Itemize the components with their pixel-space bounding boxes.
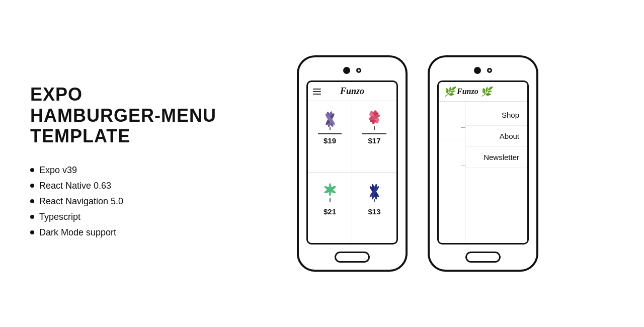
price-divider [318,133,342,134]
products-grid-1: $19 [308,101,396,243]
camera-dot-2 [356,68,361,73]
home-button-2[interactable] [465,252,501,263]
price-2: $17 [368,136,380,145]
price-divider [362,205,386,206]
feature-item-dark: Dark Mode support [30,227,221,238]
price-divider [318,205,342,206]
phone-1: Funzo [297,55,408,272]
price-1: $19 [324,136,336,145]
drawer-item-about[interactable]: About [466,126,527,147]
phone-2-top-bar [430,57,536,80]
product-cell-2[interactable]: $17 [352,101,396,173]
product-cell-1[interactable]: $19 [308,101,352,173]
plant-icon-2 [361,105,387,131]
price-divider [362,133,386,134]
logo-leaves-right-icon: 🌿 [480,86,492,97]
drawer-item-newsletter[interactable]: Newsletter [466,147,527,168]
screen-content-2: $17 [439,102,527,243]
left-section: EXPO HAMBURGER-MENU TEMPLATE Expo v39 Re… [30,84,221,242]
bullet-icon [30,184,34,188]
camera-dot-1 [343,67,350,74]
bullet-icon [30,168,34,172]
home-button-1[interactable] [335,252,370,263]
plant-icon-4 [361,177,387,203]
phone-2-bottom [430,244,536,270]
bullet-icon [30,230,34,234]
plant-icon-3 [317,177,343,203]
phone-2-screen: 🌿 Funzo 🌿 [437,80,529,244]
phone-1-top-bar [299,57,406,80]
phones-section: Funzo [221,55,614,272]
price-3: $21 [324,207,336,216]
drawer-item-shop[interactable]: Shop [466,105,527,126]
product-cell-3[interactable]: $21 [308,173,352,243]
product-cell-4[interactable]: $13 [352,173,396,243]
feature-item-expo: Expo v39 [30,165,221,176]
main-title: EXPO HAMBURGER-MENU TEMPLATE [30,84,221,146]
screen-logo-1: Funzo [340,86,364,97]
hamburger-line [313,94,321,95]
hamburger-line [313,91,321,92]
camera-dot-3 [474,67,481,74]
plant-icon-1 [317,105,343,131]
screen-header-2: 🌿 Funzo 🌿 [439,82,527,102]
phone-1-screen: Funzo [306,80,398,244]
phone-1-bottom [299,244,406,270]
drawer-panel: Shop About Newsletter [465,102,527,243]
page-container: EXPO HAMBURGER-MENU TEMPLATE Expo v39 Re… [0,0,644,327]
logo-leaves-icon: 🌿 [444,86,455,97]
phone-2: 🌿 Funzo 🌿 [428,55,538,272]
feature-item-rn: React Native 0.63 [30,181,221,191]
hamburger-line [313,89,321,90]
feature-item-rnav: React Navigation 5.0 [30,196,221,207]
bullet-icon [30,199,34,203]
bullet-icon [30,215,34,219]
screen-logo-2: 🌿 Funzo 🌿 [444,86,492,97]
features-list: Expo v39 React Native 0.63 React Navigat… [30,165,221,238]
screen-header-1: Funzo [308,82,396,101]
hamburger-menu-icon[interactable] [313,89,321,95]
feature-item-ts: Typescript [30,212,221,222]
camera-dot-4 [487,68,492,73]
price-4: $13 [368,207,380,216]
